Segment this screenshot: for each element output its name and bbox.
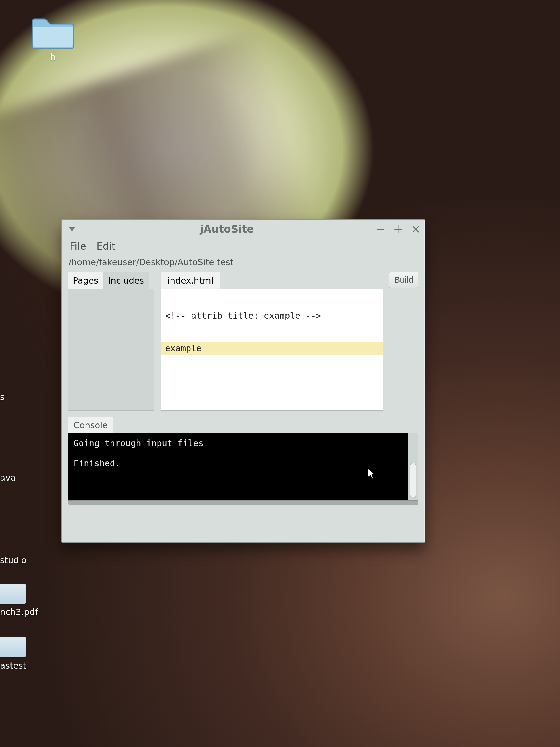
app-window: jAutoSite − + × File Edit /home/fakeuser… [61, 219, 425, 543]
text-caret [202, 344, 202, 354]
mouse-cursor-icon [367, 467, 376, 480]
close-button[interactable]: × [411, 223, 421, 235]
desktop: h s ava studio nch3.pdf astest jAutoSite… [0, 0, 560, 747]
window-menu-dropdown-icon[interactable] [69, 227, 76, 231]
desktop-label-studio[interactable]: studio [0, 555, 27, 565]
content-area: Pages Includes index.html <!-- attrib ti… [62, 272, 425, 411]
minimize-button[interactable]: − [375, 223, 385, 235]
titlebar[interactable]: jAutoSite − + × [62, 220, 425, 238]
editor-line: <!-- attrib title: example --> [161, 310, 382, 322]
console-resize-handle[interactable] [68, 500, 418, 505]
desktop-folder-label: h [24, 52, 82, 62]
maximize-button[interactable]: + [393, 223, 403, 235]
build-button[interactable]: Build [389, 272, 418, 288]
console-output[interactable]: Going through input files Finished. [68, 434, 408, 500]
tab-includes[interactable]: Includes [103, 272, 149, 289]
editor-current-line: example [161, 342, 382, 355]
code-editor[interactable]: <!-- attrib title: example --> example [161, 289, 383, 411]
menubar: File Edit [62, 238, 425, 255]
side-panel[interactable] [68, 289, 154, 411]
console-section: Console Going through input files Finish… [68, 417, 418, 505]
tab-pages[interactable]: Pages [68, 272, 103, 289]
tab-console[interactable]: Console [68, 417, 113, 433]
desktop-label-astest[interactable]: astest [0, 661, 27, 671]
tab-file[interactable]: index.html [161, 272, 220, 289]
console-wrap: Going through input files Finished. [68, 433, 418, 500]
desktop-label-partial-ava[interactable]: ava [0, 473, 16, 483]
document-tabs: index.html [161, 272, 383, 289]
console-scrollbar[interactable] [408, 434, 418, 500]
window-controls: − + × [375, 223, 421, 235]
desktop-folder[interactable]: h [24, 15, 82, 62]
editor-column: index.html <!-- attrib title: example --… [161, 272, 383, 411]
side-tabs: Pages Includes [68, 272, 154, 289]
scrollbar-thumb[interactable] [410, 463, 416, 498]
desktop-folder-thumb[interactable] [0, 637, 26, 657]
project-path: /home/fakeuser/Desktop/AutoSite test [62, 255, 425, 272]
side-column: Pages Includes [68, 272, 154, 411]
desktop-file-thumb[interactable] [0, 584, 26, 604]
desktop-label-partial-s[interactable]: s [0, 392, 5, 402]
build-column: Build [389, 272, 418, 288]
menu-edit[interactable]: Edit [95, 240, 117, 253]
window-title: jAutoSite [78, 223, 375, 235]
desktop-label-pdf[interactable]: nch3.pdf [0, 607, 38, 617]
folder-icon [30, 15, 76, 50]
menu-file[interactable]: File [69, 240, 87, 253]
